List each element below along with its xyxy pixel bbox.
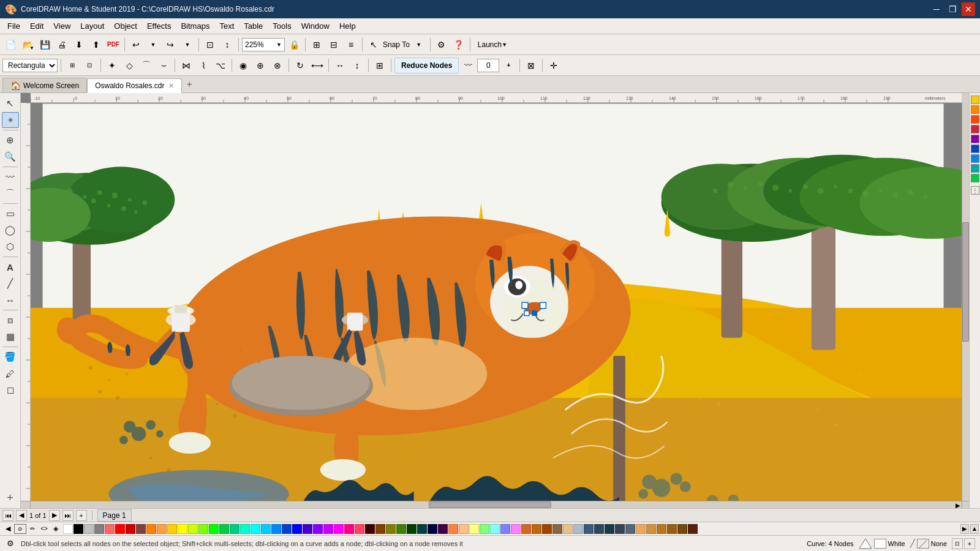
node-to-smooth[interactable]: ⌇ <box>195 58 211 73</box>
right-scrollbar[interactable] <box>962 103 969 501</box>
layer-tool[interactable]: ⧈ <box>2 312 19 328</box>
swatch-light-orange[interactable] <box>157 524 167 534</box>
palette-right-arrow[interactable]: ▶ <box>960 524 969 534</box>
menu-layout[interactable]: Layout <box>75 20 109 32</box>
menu-bitmaps[interactable]: Bitmaps <box>176 20 214 32</box>
page-prev-button[interactable]: ◀ <box>16 510 27 521</box>
swatch-steel-blue[interactable] <box>584 524 594 534</box>
node-curve-1[interactable]: ⌒ <box>138 58 154 73</box>
swatch-pink[interactable] <box>511 524 521 534</box>
align-nodes[interactable]: ⊞ <box>372 58 388 73</box>
swatch-peach[interactable] <box>448 524 458 534</box>
swatch-gold[interactable] <box>646 524 656 534</box>
pattern-tool[interactable]: ▦ <box>2 329 19 345</box>
text-tool[interactable]: A <box>2 259 19 275</box>
swatch-dark-teal-2[interactable] <box>594 524 604 534</box>
swatch-yellow-orange[interactable] <box>167 524 177 534</box>
zoom-tool[interactable]: 🔍 <box>2 149 19 165</box>
reverse-curve[interactable]: ↻ <box>292 58 308 73</box>
node-extra[interactable]: ✛ <box>546 58 562 73</box>
palette-edit-btn[interactable]: ✏ <box>27 523 38 534</box>
save-button[interactable]: 💾 <box>37 37 53 53</box>
swatch-navy[interactable] <box>428 524 437 534</box>
restore-button[interactable]: ❐ <box>946 2 959 16</box>
right-swatch-5[interactable] <box>971 135 979 143</box>
swatch-tan[interactable] <box>552 524 562 534</box>
swatch-pure-blue[interactable] <box>292 524 302 534</box>
mirror-v[interactable]: ↕ <box>349 58 365 73</box>
swatch-olive[interactable] <box>386 524 396 534</box>
snap-to-dropdown[interactable]: ▼ <box>411 37 427 53</box>
swatch-dark-slate[interactable] <box>615 524 625 534</box>
swatch-yellow[interactable] <box>178 524 187 534</box>
tab-add-button[interactable]: + <box>182 77 197 92</box>
reduce-nodes-input[interactable]: 0 <box>477 59 499 72</box>
extract-curve[interactable]: ⊗ <box>270 58 285 73</box>
shape-type-dropdown[interactable]: Rectangular <box>2 59 58 72</box>
open-button[interactable]: 📂▼ <box>20 37 36 53</box>
swatch-dark-teal[interactable] <box>417 524 427 534</box>
line-tool[interactable]: ╱ <box>2 276 19 291</box>
page-add-button[interactable]: + <box>76 510 87 521</box>
swatch-teal-green[interactable] <box>230 524 239 534</box>
fit-width-button[interactable]: ↕ <box>219 37 235 53</box>
menu-file[interactable]: File <box>2 20 25 32</box>
polygon-tool[interactable]: ⬡ <box>2 239 19 255</box>
reduce-nodes-inc[interactable]: + <box>500 58 516 73</box>
swatch-golden[interactable] <box>636 524 646 534</box>
swatch-chocolate[interactable] <box>688 524 698 534</box>
close-button[interactable]: ✕ <box>962 2 975 16</box>
palette-expand-arrow[interactable]: ▲ <box>970 524 979 534</box>
swatch-pale-yellow[interactable] <box>469 524 479 534</box>
extend-curve[interactable]: ⊕ <box>252 58 268 73</box>
swatch-magenta[interactable] <box>334 524 344 534</box>
eraser-tool[interactable]: ◻ <box>2 382 19 398</box>
new-button[interactable]: 📄 <box>2 37 18 53</box>
swatch-purple[interactable] <box>323 524 333 534</box>
no-fill-swatch[interactable]: ⊘ <box>14 524 26 534</box>
bottom-scroll-thumb[interactable] <box>429 501 551 508</box>
print-button[interactable]: 🖨 <box>54 37 70 53</box>
minimize-button[interactable]: ─ <box>930 2 943 16</box>
canvas-area[interactable]: -10 0 10 20 30 40 <box>21 93 969 508</box>
undo-dropdown[interactable]: ▼ <box>145 37 161 53</box>
swatch-brown-red[interactable] <box>136 524 146 534</box>
measure-tool[interactable]: ↔ <box>2 292 19 308</box>
swatch-lavender[interactable] <box>500 524 510 534</box>
fit-page-button[interactable]: ⊡ <box>202 37 218 53</box>
menu-effects[interactable]: Effects <box>142 20 176 32</box>
fill-tool[interactable]: 🪣 <box>2 349 19 365</box>
swatch-dark-orange[interactable] <box>532 524 541 534</box>
swatch-forest-green[interactable] <box>407 524 417 534</box>
node-shape-1[interactable]: ✦ <box>104 58 120 73</box>
redo-button[interactable]: ↪ <box>162 37 178 53</box>
menu-table[interactable]: Table <box>239 20 268 32</box>
zoom-dropdown[interactable]: ▼ <box>276 42 282 48</box>
page-last-button[interactable]: ⏭ <box>62 510 74 521</box>
swatch-very-dark-teal[interactable] <box>605 524 614 534</box>
node-to-cusp[interactable]: ⋈ <box>178 58 194 73</box>
right-scroll-thumb[interactable] <box>962 222 969 342</box>
swatch-black[interactable] <box>74 524 83 534</box>
swatch-pale-cyan[interactable] <box>490 524 500 534</box>
swatch-brown[interactable] <box>375 524 385 534</box>
node-shape-2[interactable]: ◇ <box>121 58 137 73</box>
swatch-rust[interactable] <box>542 524 552 534</box>
right-swatch-7[interactable] <box>971 154 979 163</box>
swatch-mint[interactable] <box>240 524 250 534</box>
status-settings-icon[interactable]: ⚙ <box>5 538 16 549</box>
swatch-silver[interactable] <box>84 524 94 534</box>
swatch-red[interactable] <box>115 524 125 534</box>
canvas-viewport[interactable]: Oswaldo Rosales <box>31 103 962 501</box>
export-button[interactable]: ⬆ <box>88 37 104 53</box>
swatch-white[interactable] <box>63 524 73 534</box>
options-button[interactable]: ⚙ <box>434 37 450 53</box>
swatch-yellow-green[interactable] <box>188 524 198 534</box>
undo-button[interactable]: ↩ <box>128 37 144 53</box>
grid-button[interactable]: ⊞ <box>309 37 325 53</box>
right-swatch-6[interactable] <box>971 144 979 153</box>
select-tool[interactable]: ↖ <box>2 96 19 111</box>
swatch-slate-2[interactable] <box>625 524 635 534</box>
swatch-bronze[interactable] <box>667 524 677 534</box>
stroke-box[interactable] <box>917 539 929 549</box>
